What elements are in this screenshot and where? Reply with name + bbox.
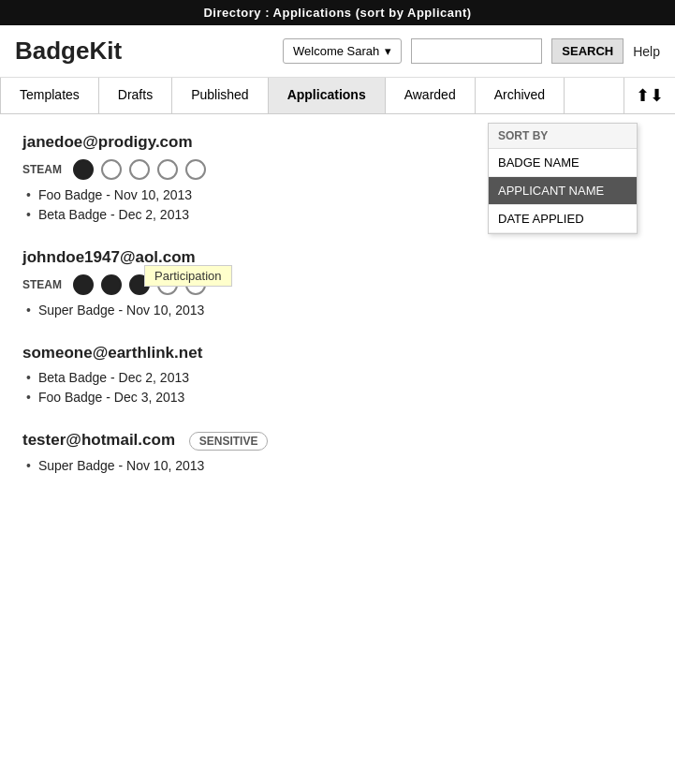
applicant-block-3: tester@hotmail.com SENSITIVE Super Badge…: [22, 431, 653, 473]
header-right: Welcome Sarah ▾ SEARCH Help: [283, 38, 660, 64]
steam-circle-1-0: [73, 274, 94, 295]
participation-tooltip: Participation: [144, 265, 232, 287]
steam-circle-0-4: [185, 159, 206, 180]
applicant-email-3: tester@hotmail.com SENSITIVE: [22, 431, 653, 451]
search-input[interactable]: [411, 38, 542, 64]
steam-circle-0-2: [129, 159, 150, 180]
tab-drafts[interactable]: Drafts: [99, 78, 172, 113]
sort-option-date-applied[interactable]: DATE APPLIED: [489, 205, 637, 233]
sensitive-badge: SENSITIVE: [189, 432, 269, 451]
tab-awarded[interactable]: Awarded: [386, 78, 476, 113]
welcome-dropdown[interactable]: Welcome Sarah ▾: [283, 38, 402, 64]
sort-option-badge-name[interactable]: BADGE NAME: [489, 149, 637, 177]
steam-row-1: STEAM Participation: [22, 274, 653, 295]
sort-label: SORT BY: [489, 124, 637, 149]
nav-tabs: Templates Drafts Published Applications …: [0, 78, 675, 114]
tab-templates[interactable]: Templates: [0, 78, 99, 113]
top-bar: Directory : Applications (sort by Applic…: [0, 0, 675, 25]
search-button[interactable]: SEARCH: [551, 38, 624, 64]
steam-circle-0-0: [73, 159, 94, 180]
applicant-block-1: johndoe1947@aol.com STEAM Participation …: [22, 248, 653, 318]
welcome-label: Welcome Sarah: [293, 44, 379, 58]
help-link[interactable]: Help: [633, 44, 660, 59]
applicant-email-2: someone@earthlink.net: [22, 344, 653, 362]
header: BadgeKit Welcome Sarah ▾ SEARCH Help: [0, 25, 675, 78]
chevron-down-icon: ▾: [385, 44, 391, 58]
steam-circle-0-1: [101, 159, 122, 180]
badge-item-3-0[interactable]: Super Badge - Nov 10, 2013: [22, 458, 653, 473]
applicant-email-text-3: tester@hotmail.com: [22, 431, 175, 449]
steam-circle-1-1: [101, 274, 122, 295]
applicant-email-1: johndoe1947@aol.com: [22, 248, 653, 267]
sort-dropdown: SORT BY BADGE NAME APPLICANT NAME DATE A…: [488, 123, 638, 234]
badge-item-2-1[interactable]: Foo Badge - Dec 3, 2013: [22, 390, 653, 405]
tab-scroll[interactable]: ⬆⬇: [624, 78, 675, 113]
logo: BadgeKit: [15, 37, 122, 66]
steam-circle-0-3: [157, 159, 178, 180]
badge-item-2-0[interactable]: Beta Badge - Dec 2, 2013: [22, 370, 653, 385]
tab-archived[interactable]: Archived: [476, 78, 565, 113]
tab-published[interactable]: Published: [172, 78, 269, 113]
steam-label-0: STEAM: [22, 163, 62, 176]
steam-label-1: STEAM: [22, 278, 62, 291]
sort-option-applicant-name[interactable]: APPLICANT NAME: [489, 177, 637, 205]
badge-item-1-0[interactable]: Super Badge - Nov 10, 2013: [22, 303, 653, 318]
tab-applications[interactable]: Applications: [269, 78, 386, 113]
top-bar-text: Directory : Applications (sort by Applic…: [203, 6, 471, 20]
applicant-block-2: someone@earthlink.net Beta Badge - Dec 2…: [22, 344, 653, 405]
